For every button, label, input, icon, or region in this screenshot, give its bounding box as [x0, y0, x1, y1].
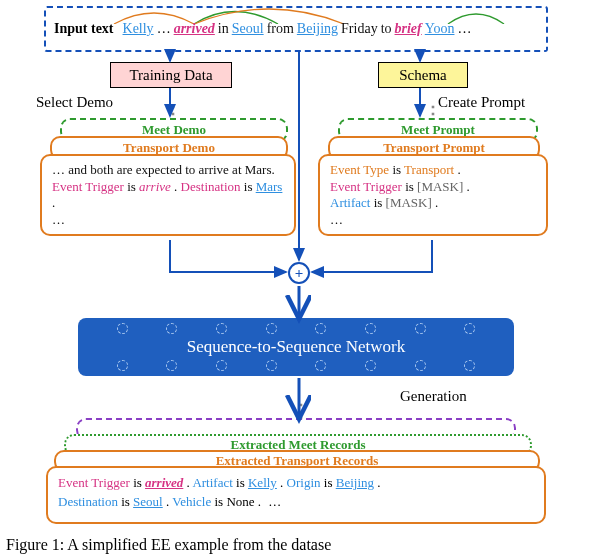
out-p5: . [258, 494, 261, 509]
demo-ellipsis: … [52, 212, 284, 229]
out-dest-is: is [121, 494, 133, 509]
out-artifact-val: Kelly [248, 475, 277, 490]
prompt-artifact-val: [MASK] [386, 195, 432, 210]
out-dest-label: Destination [58, 494, 121, 509]
prompt-trigger-key: Event Trigger [330, 179, 405, 194]
schema-label: Schema [399, 67, 446, 84]
nn-dot-icon [166, 323, 177, 334]
nn-top-row [78, 323, 514, 334]
out-trigger-is: is [133, 475, 145, 490]
prompt-artifact-key: Artifact [330, 195, 374, 210]
out-trigger-label: Event Trigger [58, 475, 133, 490]
transport-demo-card-body: … and both are expected to arrive at Mar… [40, 154, 296, 236]
out-p2: . [280, 475, 283, 490]
nn-dot-icon [315, 323, 326, 334]
token-in: in [218, 21, 229, 37]
prompt-trigger-is: is [405, 179, 417, 194]
token-ellipsis-2: … [457, 21, 471, 37]
token-ellipsis-1: … [157, 21, 171, 37]
out-p1: . [187, 475, 190, 490]
out-ellipsis: … [268, 494, 281, 509]
out-vehicle-is: is [214, 494, 226, 509]
nn-dot-icon [464, 360, 475, 371]
prompt-trigger-end: . [467, 179, 470, 194]
token-from: from [267, 21, 294, 37]
output-records-stack: Extracted Meet Records Extracted Transpo… [46, 418, 546, 526]
output-transport-body: Event Trigger is arrived . Artifact is K… [46, 466, 546, 524]
token-to: to [381, 21, 392, 37]
prompt-evtype-key: Event Type [330, 162, 392, 177]
prompt-artifact-end: . [435, 195, 438, 210]
out-trigger-val: arrived [145, 475, 183, 490]
diagram-canvas: Input text Kelly … arrived in Seoul from… [0, 0, 592, 556]
nn-dot-icon [415, 323, 426, 334]
input-label: Input text [54, 21, 114, 37]
nn-dot-icon [315, 360, 326, 371]
transport-prompt-card-body: Event Type is Transport . Event Trigger … [318, 154, 548, 236]
nn-dot-icon [464, 323, 475, 334]
out-origin-val: Beijing [336, 475, 374, 490]
token-seoul: Seoul [232, 21, 264, 37]
seq2seq-block: Sequence-to-Sequence Network [78, 318, 514, 376]
nn-dot-icon [365, 360, 376, 371]
nn-dot-icon [415, 360, 426, 371]
demo-dest-value: Mars [256, 179, 283, 194]
token-friday: Friday [341, 21, 378, 37]
nn-dot-icon [216, 360, 227, 371]
prompt-artifact-is: is [374, 195, 386, 210]
out-origin-label: Origin [287, 475, 324, 490]
prompt-stack: Meet Prompt Transport Prompt Event Type … [318, 118, 550, 238]
plus-icon: + [295, 265, 304, 282]
demo-dest-is: is [244, 179, 256, 194]
token-yoon: Yoon [425, 21, 455, 37]
nn-dot-icon [365, 323, 376, 334]
figure-caption: Figure 1: A simplified EE example from t… [6, 536, 331, 554]
demo-dest-label: Destination [181, 179, 244, 194]
out-p4: . [166, 494, 169, 509]
demo-stack: Meet Demo Transport Demo … and both are … [40, 118, 298, 238]
token-brief: brief [395, 21, 422, 37]
combine-plus-node: + [288, 262, 310, 284]
token-beijing: Beijing [297, 21, 338, 37]
out-artifact-is: is [236, 475, 248, 490]
prompt-evtype-val: Transport [404, 162, 454, 177]
nn-bottom-row [78, 360, 514, 371]
demo-et-is: is [127, 179, 139, 194]
prompt-evtype-end: . [457, 162, 460, 177]
input-text-box: Input text Kelly … arrived in Seoul from… [44, 6, 548, 52]
token-arrived: arrived [174, 21, 215, 37]
input-text-line: Input text Kelly … arrived in Seoul from… [54, 21, 538, 37]
nn-dot-icon [266, 323, 277, 334]
training-data-label: Training Data [129, 67, 212, 84]
prompt-trigger-val: [MASK] [417, 179, 463, 194]
out-p3: . [377, 475, 380, 490]
nn-dot-icon [216, 323, 227, 334]
demo-et-label: Event Trigger [52, 179, 127, 194]
out-artifact-label: Artifact [192, 475, 236, 490]
demo-period2: . [52, 195, 55, 210]
out-dest-val: Seoul [133, 494, 163, 509]
training-data-box: Training Data [110, 62, 232, 88]
demo-body-pre: … and both are expected to arrive at Mar… [52, 162, 275, 177]
demo-trigger-value: arrive [139, 179, 171, 194]
nn-dot-icon [166, 360, 177, 371]
out-vehicle-label: Vehicle [172, 494, 214, 509]
create-prompt-label: Create Prompt [438, 94, 525, 111]
seq2seq-label: Sequence-to-Sequence Network [187, 337, 406, 357]
out-origin-is: is [324, 475, 336, 490]
nn-dot-icon [117, 323, 128, 334]
token-kelly: Kelly [123, 21, 154, 37]
generation-label: Generation [400, 388, 467, 405]
select-demo-label: Select Demo [36, 94, 113, 111]
schema-box: Schema [378, 62, 468, 88]
prompt-evtype-is: is [392, 162, 404, 177]
prompt-ellipsis: … [330, 212, 536, 229]
out-vehicle-val: None [226, 494, 254, 509]
nn-dot-icon [266, 360, 277, 371]
nn-dot-icon [117, 360, 128, 371]
